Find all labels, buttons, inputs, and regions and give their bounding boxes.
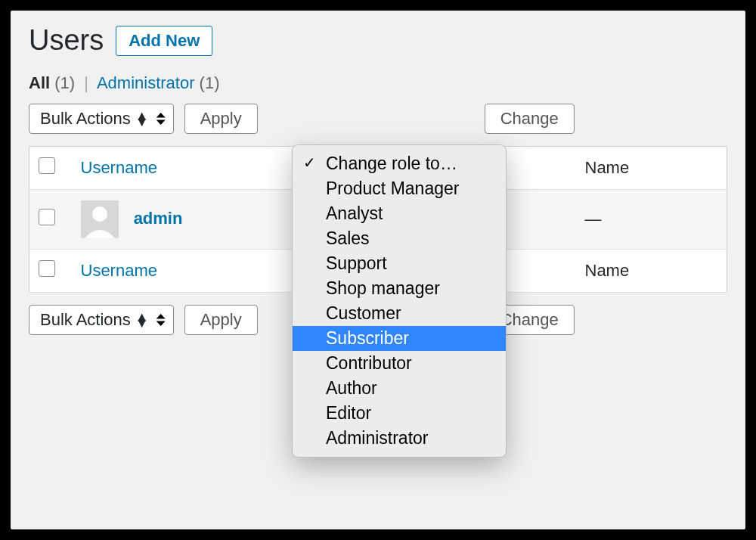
avatar <box>81 200 119 238</box>
sort-icon: ▲▼ <box>135 113 149 125</box>
row-checkbox[interactable] <box>39 209 55 225</box>
users-page: Users Add New All (1) | Administrator (1… <box>11 11 745 529</box>
sort-icon: ▲▼ <box>135 314 149 326</box>
dropdown-item[interactable]: Analyst <box>293 201 506 226</box>
dropdown-item[interactable]: Contributor <box>293 351 506 376</box>
dropdown-item[interactable]: Sales <box>293 226 506 251</box>
bulk-actions-select[interactable]: Bulk Actions ▲▼ <box>29 104 174 134</box>
column-name[interactable]: Name <box>585 158 630 177</box>
filter-administrator[interactable]: Administrator (1) <box>97 73 220 92</box>
user-name-value: — <box>585 209 602 228</box>
role-dropdown[interactable]: Change role to…Product ManagerAnalystSal… <box>292 144 507 458</box>
dropdown-item[interactable]: Subscriber <box>293 326 506 351</box>
bulk-actions-top: Bulk Actions ▲▼ Apply Change <box>29 104 727 134</box>
filter-separator: | <box>84 73 88 92</box>
dropdown-item[interactable]: Shop manager <box>293 276 506 301</box>
column-username[interactable]: Username <box>81 158 157 177</box>
page-title: Users <box>29 24 104 57</box>
dropdown-item[interactable]: Support <box>293 251 506 276</box>
add-new-button[interactable]: Add New <box>116 26 212 56</box>
column-name-bottom[interactable]: Name <box>585 261 630 280</box>
dropdown-item[interactable]: Customer <box>293 301 506 326</box>
dropdown-item[interactable]: Administrator <box>293 426 506 451</box>
change-button-top[interactable]: Change <box>485 104 575 134</box>
filter-all[interactable]: All (1) <box>29 73 75 92</box>
dropdown-item[interactable]: Author <box>293 376 506 401</box>
dropdown-item[interactable]: Product Manager <box>293 176 506 201</box>
username-link[interactable]: admin <box>134 209 183 228</box>
apply-button-bottom[interactable]: Apply <box>184 305 258 335</box>
apply-button-top[interactable]: Apply <box>184 104 258 134</box>
dropdown-item[interactable]: Change role to… <box>293 151 506 176</box>
column-username-bottom[interactable]: Username <box>81 261 157 280</box>
select-all-checkbox-bottom[interactable] <box>39 260 55 277</box>
dropdown-item[interactable]: Editor <box>293 401 506 426</box>
svg-point-0 <box>92 206 107 222</box>
filter-links: All (1) | Administrator (1) <box>29 73 727 93</box>
select-all-checkbox-top[interactable] <box>39 157 55 174</box>
bulk-actions-select-bottom[interactable]: Bulk Actions ▲▼ <box>29 305 174 335</box>
page-header: Users Add New <box>29 24 727 57</box>
